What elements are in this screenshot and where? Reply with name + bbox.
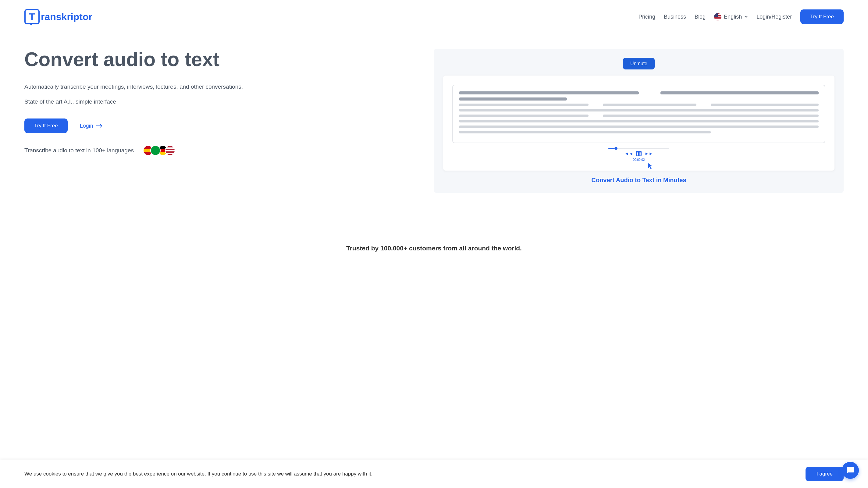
unmute-button[interactable]: Unmute xyxy=(623,58,655,69)
logo-text: ranskriptor xyxy=(41,11,92,23)
hero-content: Convert audio to text Automatically tran… xyxy=(24,49,416,193)
language-label: English xyxy=(724,14,742,20)
nav-pricing[interactable]: Pricing xyxy=(639,14,655,20)
pause-icon[interactable]: ❚❚ xyxy=(636,151,642,156)
rewind-icon[interactable]: ◄◄ xyxy=(624,151,633,156)
cursor-icon xyxy=(647,162,654,171)
header: T ranskriptor Pricing Business Blog Engl… xyxy=(0,0,868,33)
flag-stack xyxy=(143,145,175,156)
nav-login[interactable]: Login/Register xyxy=(756,14,792,20)
nav-business[interactable]: Business xyxy=(664,14,686,20)
hero-section: Convert audio to text Automatically tran… xyxy=(0,33,868,208)
video-caption: Convert Audio to Text in Minutes xyxy=(591,177,686,184)
brazil-flag-icon xyxy=(150,145,161,156)
main-nav: Pricing Business Blog English Login/Regi… xyxy=(639,9,844,24)
progress-bar[interactable] xyxy=(608,148,669,149)
usa-flag-icon xyxy=(165,145,175,156)
hero-buttons: Try It Free Login xyxy=(24,119,416,133)
logo[interactable]: T ranskriptor xyxy=(24,9,92,24)
chevron-down-icon xyxy=(744,15,748,19)
hero-title: Convert audio to text xyxy=(24,49,416,70)
hero-login-link[interactable]: Login xyxy=(80,123,102,129)
trusted-text: Trusted by 100.000+ customers from all a… xyxy=(0,245,868,252)
nav-blog[interactable]: Blog xyxy=(694,14,706,20)
languages-row: Transcribe audio to text in 100+ languag… xyxy=(24,145,416,156)
logo-icon: T xyxy=(24,9,40,24)
timestamp: 00:00:02 xyxy=(633,158,645,161)
hero-desc-1: Automatically transcribe your meetings, … xyxy=(24,82,416,91)
languages-text: Transcribe audio to text in 100+ languag… xyxy=(24,147,134,154)
arrow-right-icon xyxy=(96,124,102,128)
hero-cta-button[interactable]: Try It Free xyxy=(24,119,68,133)
hero-video-panel: Unmute ◄◄ ❚❚ ►► 00:00:02 xyxy=(434,49,844,193)
hero-login-label: Login xyxy=(80,123,93,129)
us-flag-icon xyxy=(714,13,721,21)
language-selector[interactable]: English xyxy=(714,13,748,21)
video-preview[interactable]: ◄◄ ❚❚ ►► 00:00:02 xyxy=(443,75,835,171)
hero-desc-2: State of the art A.I., simple interface xyxy=(24,97,416,106)
forward-icon[interactable]: ►► xyxy=(645,151,653,156)
playback-buttons: ◄◄ ❚❚ ►► xyxy=(624,151,653,156)
document-preview xyxy=(452,85,825,143)
nav-cta-button[interactable]: Try It Free xyxy=(800,9,844,24)
player-controls: ◄◄ ❚❚ ►► 00:00:02 xyxy=(452,148,825,161)
